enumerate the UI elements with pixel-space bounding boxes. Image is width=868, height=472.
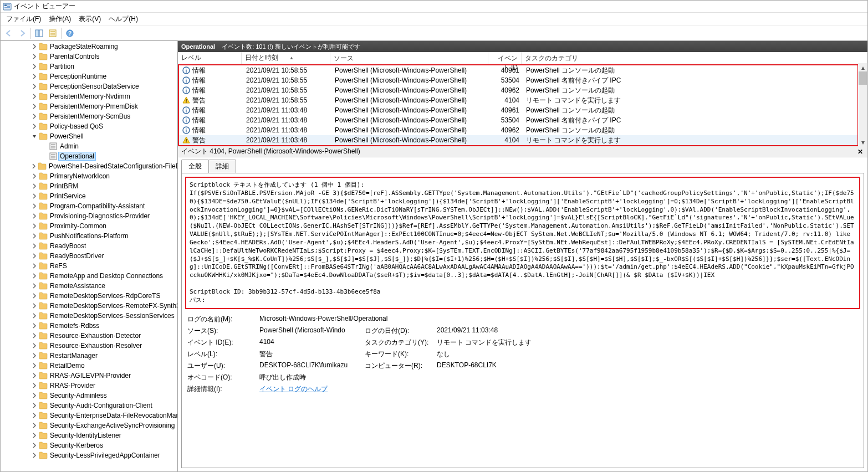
chevron-right-icon[interactable] <box>31 362 38 369</box>
tree-item[interactable]: ReadyBoost <box>31 241 178 251</box>
chevron-right-icon[interactable] <box>31 43 38 50</box>
tree-item[interactable]: Provisioning-Diagnostics-Provider <box>31 211 178 221</box>
chevron-right-icon[interactable] <box>31 163 37 170</box>
tree-item[interactable]: RestartManager <box>31 351 178 361</box>
chevron-right-icon[interactable] <box>31 63 38 70</box>
chevron-right-icon[interactable] <box>31 432 38 439</box>
chevron-right-icon[interactable] <box>31 83 38 90</box>
back-button[interactable] <box>3 27 15 39</box>
tree-item[interactable]: PrintBRM <box>31 181 178 191</box>
chevron-right-icon[interactable] <box>31 372 38 379</box>
chevron-right-icon[interactable] <box>31 293 38 299</box>
tree-item[interactable]: Resource-Exhaustion-Detector <box>31 331 178 341</box>
menu-view[interactable]: 表示(V) <box>75 13 104 25</box>
close-detail-button[interactable]: ✕ <box>856 148 864 156</box>
tree-item[interactable]: Program-Compatibility-Assistant <box>31 201 178 211</box>
col-category[interactable]: タスクのカテゴリ <box>522 52 867 64</box>
chevron-right-icon[interactable] <box>31 233 38 239</box>
tree-item[interactable]: PowerShell <box>31 131 178 141</box>
chevron-right-icon[interactable] <box>31 123 38 130</box>
chevron-right-icon[interactable] <box>31 332 38 339</box>
tree-item[interactable]: Proximity-Common <box>31 221 178 231</box>
menu-help[interactable]: ヘルプ(H) <box>105 13 141 25</box>
scriptblock-text[interactable]: Scriptblock テキストを作成しています (1 個中 1 個目): If… <box>185 177 860 309</box>
tree-item[interactable]: RemoteDesktopServices-RemoteFX-Synth3dvs… <box>31 301 178 311</box>
tree-item[interactable]: PerceptionRuntime <box>31 71 178 81</box>
tree-item[interactable]: RemoteDesktopServices-RdpCoreTS <box>31 291 178 301</box>
tree-item[interactable]: RRAS-Provider <box>31 381 178 391</box>
chevron-right-icon[interactable] <box>31 203 38 209</box>
tree-item[interactable]: Resource-Exhaustion-Resolver <box>31 341 178 351</box>
chevron-right-icon[interactable] <box>31 193 38 199</box>
chevron-down-icon[interactable] <box>31 133 38 140</box>
chevron-right-icon[interactable] <box>31 302 38 309</box>
tree-item[interactable]: Security-Audit-Configuration-Client <box>31 401 178 411</box>
chevron-right-icon[interactable] <box>31 342 38 349</box>
chevron-right-icon[interactable] <box>31 312 38 319</box>
tree-item[interactable]: PersistentMemory-PmemDisk <box>31 101 178 111</box>
tree-item[interactable]: PrintService <box>31 191 178 201</box>
chevron-right-icon[interactable] <box>31 253 38 259</box>
tree-item[interactable]: Security-IdentityListener <box>31 430 178 440</box>
chevron-right-icon[interactable] <box>31 412 38 419</box>
tree-pane[interactable]: PackageStateRoamingParentalControlsParti… <box>1 41 178 471</box>
chevron-right-icon[interactable] <box>31 283 38 289</box>
help-button[interactable]: ? <box>64 27 76 39</box>
tree-item[interactable]: Security-EnterpriseData-FileRevocationMa… <box>31 411 178 420</box>
tree-item[interactable]: ParentalControls <box>31 52 178 61</box>
event-row[interactable]: i情報2021/09/21 11:03:48PowerShell (Micros… <box>179 125 857 135</box>
chevron-right-icon[interactable] <box>31 113 38 120</box>
tree-item[interactable]: Operational <box>41 151 178 161</box>
show-hide-tree-button[interactable] <box>33 27 45 39</box>
chevron-right-icon[interactable] <box>31 452 38 459</box>
chevron-right-icon[interactable] <box>31 73 38 80</box>
chevron-right-icon[interactable] <box>31 442 38 449</box>
forward-button[interactable] <box>16 27 28 39</box>
tree-item[interactable]: Security-Adminless <box>31 391 178 401</box>
chevron-right-icon[interactable] <box>31 322 38 329</box>
tree-item[interactable]: PowerShell-DesiredStateConfiguration-Fil… <box>31 161 178 171</box>
event-row[interactable]: i情報2021/09/21 10:58:55PowerShell (Micros… <box>179 75 857 85</box>
col-eventid[interactable]: イベント ID <box>488 52 522 64</box>
tree-item[interactable]: Security-LessPrivilegedAppContainer <box>31 450 178 460</box>
tree-item[interactable]: ReFS <box>31 261 178 271</box>
chevron-right-icon[interactable] <box>31 243 38 249</box>
event-list-scrollbar[interactable]: ▴▾ <box>858 63 867 146</box>
menu-file[interactable]: ファイル(F) <box>3 13 44 25</box>
tree-item[interactable]: PackageStateRoaming <box>31 42 178 52</box>
tree-item[interactable]: Remotefs-Rdbss <box>31 321 178 331</box>
chevron-right-icon[interactable] <box>31 213 38 219</box>
chevron-right-icon[interactable] <box>31 183 38 189</box>
properties-button[interactable] <box>47 27 59 39</box>
chevron-right-icon[interactable] <box>31 93 38 100</box>
event-row[interactable]: i情報2021/09/21 10:58:55PowerShell (Micros… <box>179 65 857 75</box>
tab-general[interactable]: 全般 <box>181 160 209 173</box>
tree-item[interactable]: RemoteDesktopServices-SessionServices <box>31 311 178 321</box>
chevron-right-icon[interactable] <box>31 392 38 399</box>
chevron-right-icon[interactable] <box>31 382 38 389</box>
chevron-right-icon[interactable] <box>31 103 38 110</box>
event-row[interactable]: i情報2021/09/21 11:03:48PowerShell (Micros… <box>179 115 857 125</box>
col-level[interactable]: レベル <box>178 52 242 64</box>
tree-item[interactable]: Admin <box>41 141 178 151</box>
tree-item[interactable]: PersistentMemory-ScmBus <box>31 111 178 121</box>
tree-item[interactable]: Partition <box>31 61 178 71</box>
tree-item[interactable]: RRAS-AGILEVPN-Provider <box>31 371 178 381</box>
tree-item[interactable]: Security-Kerberos <box>31 440 178 450</box>
event-row[interactable]: i情報2021/09/21 10:58:55PowerShell (Micros… <box>179 85 857 95</box>
tab-details[interactable]: 詳細 <box>208 160 236 173</box>
chevron-right-icon[interactable] <box>31 352 38 359</box>
chevron-right-icon[interactable] <box>31 53 38 60</box>
event-row[interactable]: !警告2021/09/21 10:58:55PowerShell (Micros… <box>179 95 857 105</box>
tree-item[interactable]: PersistentMemory-Nvdimm <box>31 91 178 101</box>
chevron-right-icon[interactable] <box>31 263 38 269</box>
chevron-right-icon[interactable] <box>31 223 38 229</box>
event-row[interactable]: !警告2021/09/21 11:03:48PowerShell (Micros… <box>179 135 857 145</box>
tree-item[interactable]: PrimaryNetworkIcon <box>31 171 178 181</box>
tree-item[interactable]: Security-ExchangeActiveSyncProvisioning <box>31 420 178 430</box>
chevron-right-icon[interactable] <box>31 422 38 429</box>
chevron-right-icon[interactable] <box>31 402 38 409</box>
menu-action[interactable]: 操作(A) <box>45 13 74 25</box>
col-datetime[interactable]: 日付と時刻▲ <box>242 52 330 64</box>
tree-item[interactable]: ReadyBoostDriver <box>31 251 178 261</box>
